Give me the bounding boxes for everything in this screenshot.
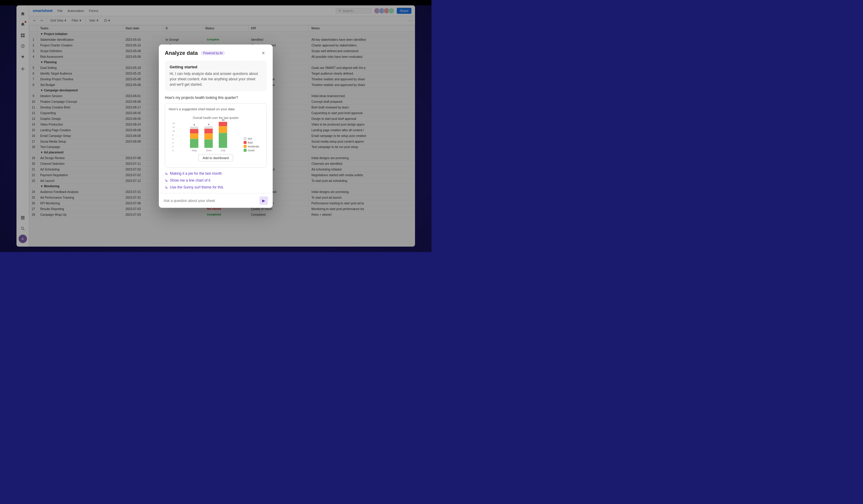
may-good — [190, 139, 198, 148]
modal-close-button[interactable]: × — [260, 49, 267, 56]
july-bad — [219, 122, 227, 126]
june-bar-group: 9 June — [204, 123, 213, 152]
legend-na-label: N/A — [248, 137, 252, 140]
legend-bad: Bad — [243, 141, 259, 144]
june-na — [204, 126, 213, 128]
suggestion-link-2[interactable]: ↳ Use the Sunny surf theme for this — [165, 185, 267, 189]
july-count: 13 — [222, 118, 224, 121]
send-button[interactable]: ▶ — [260, 196, 268, 205]
suggestion-arrow-2: ↳ — [165, 185, 168, 189]
getting-started-title: Getting started — [170, 64, 262, 69]
suggestion-arrow-0: ↳ — [165, 171, 168, 176]
y-axis-14: 14 — [172, 122, 175, 124]
may-stack — [190, 126, 198, 148]
july-stack — [219, 122, 227, 148]
may-count: 8 — [193, 123, 195, 126]
powered-by-badge: Powered by AI — [201, 51, 225, 55]
modal-footer: ▶ — [159, 193, 273, 207]
suggestion-text-1: Show me a line chart of it — [170, 178, 210, 182]
suggestion-links: ↳ Making it a pie for the last month ↳ S… — [165, 171, 267, 189]
y-axis-4: 4 — [172, 141, 175, 144]
suggestion-link-1[interactable]: ↳ Show me a line chart of it — [165, 178, 267, 182]
ask-input[interactable] — [164, 198, 260, 203]
legend-bad-dot — [243, 141, 247, 144]
bar-chart: Overall health over the last quarter 14 … — [169, 114, 263, 164]
y-axis-6: 6 — [172, 137, 175, 140]
may-label: May — [192, 149, 197, 152]
may-moderate — [190, 133, 198, 139]
july-bar-group: 13 July — [219, 118, 227, 152]
may-bar-group: 8 May — [190, 123, 198, 152]
y-axis-8: 8 — [172, 133, 175, 136]
july-good — [219, 133, 227, 148]
chart-title: Overall health over the last quarter — [170, 116, 262, 119]
june-bad — [204, 128, 213, 133]
legend-good: Good — [243, 149, 259, 152]
may-na — [190, 126, 198, 129]
add-dashboard-button[interactable]: Add to dashboard — [198, 154, 234, 161]
chart-legend: N/A Bad Moderate Good — [243, 137, 259, 152]
suggestion-text-2: Use the Sunny surf theme for this — [170, 185, 223, 189]
suggestion-arrow-1: ↳ — [165, 178, 168, 182]
modal-header: Analyze data Powered by AI × — [159, 45, 273, 60]
modal-body: Getting started Hi, I can help analyze d… — [159, 60, 273, 193]
chart-intro-text: Here's a suggested chart based on your d… — [169, 107, 263, 111]
june-count: 9 — [208, 123, 209, 126]
y-axis-12: 12 — [172, 126, 175, 128]
suggestion-text-0: Making it a pie for the last month — [170, 172, 222, 176]
legend-moderate: Moderate — [243, 145, 259, 148]
getting-started-box: Getting started Hi, I can help analyze d… — [165, 60, 267, 91]
june-moderate — [204, 133, 213, 139]
may-bad — [190, 129, 198, 133]
y-axis-2: 2 — [172, 145, 175, 148]
july-label: July — [221, 149, 225, 152]
legend-moderate-dot — [243, 145, 247, 148]
june-stack — [204, 126, 213, 148]
y-axis-0: 0 — [172, 149, 175, 152]
legend-na: N/A — [243, 137, 259, 140]
modal-title: Analyze data — [165, 50, 198, 56]
legend-good-dot — [243, 149, 247, 152]
getting-started-text: Hi, I can help analyze data and answer q… — [170, 71, 262, 87]
july-moderate — [219, 126, 227, 133]
bars-group: 8 May 9 — [177, 122, 240, 152]
chart-response-box: Here's a suggested chart based on your d… — [165, 103, 267, 167]
legend-bad-label: Bad — [248, 141, 253, 144]
legend-good-label: Good — [248, 149, 254, 152]
send-icon: ▶ — [262, 198, 265, 203]
june-good — [204, 139, 213, 148]
legend-moderate-label: Moderate — [248, 145, 259, 148]
y-axis-10: 10 — [172, 129, 175, 132]
suggestion-link-0[interactable]: ↳ Making it a pie for the last month — [165, 171, 267, 176]
legend-na-dot — [243, 137, 247, 140]
user-question: How's my projects health looking this qu… — [165, 95, 267, 100]
june-label: June — [206, 149, 212, 152]
analyze-data-modal: Analyze data Powered by AI × Getting sta… — [159, 45, 273, 207]
